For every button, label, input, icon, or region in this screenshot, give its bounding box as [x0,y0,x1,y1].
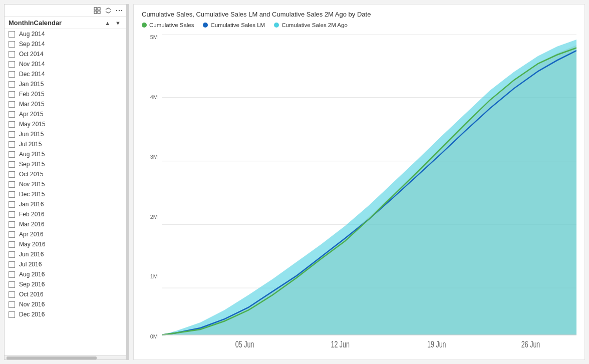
grid-icon[interactable] [93,7,101,15]
checkbox[interactable] [9,131,15,138]
list-item[interactable]: Apr 2016 [5,229,126,239]
checkbox[interactable] [9,81,15,88]
list-item[interactable]: Sep 2014 [5,39,126,49]
item-label: Apr 2016 [19,231,44,238]
checkbox[interactable] [9,91,15,98]
chart-svg: 05 Jun 12 Jun 19 Jun 26 Jun [162,34,576,351]
list-item[interactable]: Jul 2016 [5,259,126,269]
svg-point-5 [119,10,120,11]
list-item[interactable]: Nov 2016 [5,299,126,309]
sort-desc-button[interactable]: ▼ [114,20,122,27]
checkbox[interactable] [9,291,15,298]
item-label: Nov 2014 [19,61,45,68]
sort-asc-button[interactable]: ▲ [103,20,112,27]
checkbox[interactable] [9,191,15,198]
item-label: Jul 2015 [19,141,42,148]
list-item[interactable]: Feb 2016 [5,209,126,219]
legend-label: Cumulative Sales 2M Ago [281,22,348,28]
checkbox[interactable] [9,301,15,308]
list-item[interactable]: Jan 2016 [5,199,126,209]
svg-text:05 Jun: 05 Jun [235,339,254,349]
checkbox[interactable] [9,71,15,78]
legend-label: Cumulative Sales [149,22,194,28]
item-label: Oct 2016 [19,291,44,298]
list-item[interactable]: Jan 2015 [5,79,126,89]
item-label: Dec 2015 [19,191,45,198]
checkbox[interactable] [9,111,15,118]
list-item[interactable]: Mar 2015 [5,99,126,109]
checkbox[interactable] [9,171,15,178]
y-axis-label: 5M [150,34,158,40]
checkbox[interactable] [9,201,15,208]
list-item[interactable]: Jun 2015 [5,129,126,139]
list-item[interactable]: Oct 2014 [5,49,126,59]
checkbox[interactable] [9,121,15,128]
scrollbar-thumb[interactable] [7,356,97,359]
list-item[interactable]: Apr 2015 [5,109,126,119]
checkbox[interactable] [9,41,15,48]
checkbox[interactable] [9,251,15,258]
checkbox[interactable] [9,151,15,158]
chart-legend: Cumulative SalesCumulative Sales LMCumul… [142,22,576,28]
svg-text:19 Jun: 19 Jun [427,339,446,349]
svg-text:12 Jun: 12 Jun [331,339,350,349]
item-label: Jul 2016 [19,261,42,268]
item-label: Dec 2016 [19,311,45,318]
list-item[interactable]: Dec 2015 [5,189,126,199]
chart-title: Cumulative Sales, Cumulative Sales LM an… [142,11,576,18]
list-item[interactable]: Aug 2016 [5,269,126,279]
list-item[interactable]: Aug 2015 [5,149,126,159]
checkbox[interactable] [9,31,15,38]
svg-rect-1 [98,8,100,10]
list-item[interactable]: Oct 2016 [5,289,126,299]
list-item[interactable]: May 2015 [5,119,126,129]
legend-item: Cumulative Sales 2M Ago [274,22,348,28]
list-item[interactable]: Dec 2016 [5,309,126,319]
resize-handle[interactable] [127,4,129,360]
list-item[interactable]: Dec 2014 [5,69,126,79]
panel-title: MonthInCalendar [9,19,62,27]
item-label: Mar 2015 [19,101,45,108]
item-label: Oct 2014 [19,51,44,58]
item-label: Jan 2016 [19,201,44,208]
item-label: Oct 2015 [19,171,44,178]
item-label: May 2016 [19,241,46,248]
list-item[interactable]: Jun 2016 [5,249,126,259]
legend-dot [142,23,147,28]
checkbox[interactable] [9,311,15,318]
item-label: Jun 2016 [19,251,44,258]
checkbox[interactable] [9,61,15,68]
list-item[interactable]: Sep 2015 [5,159,126,169]
checkbox[interactable] [9,211,15,218]
more-icon[interactable] [115,7,123,15]
month-list: Aug 2014Sep 2014Oct 2014Nov 2014Dec 2014… [5,29,126,355]
panel-header: MonthInCalendar ▲ ▼ [5,17,126,29]
list-item[interactable]: Aug 2014 [5,29,126,39]
list-item[interactable]: Jul 2015 [5,139,126,149]
checkbox[interactable] [9,141,15,148]
item-label: Apr 2015 [19,111,44,118]
checkbox[interactable] [9,161,15,168]
list-item[interactable]: May 2016 [5,239,126,249]
checkbox[interactable] [9,261,15,268]
checkbox[interactable] [9,221,15,228]
item-label: May 2015 [19,121,46,128]
list-item[interactable]: Feb 2015 [5,89,126,99]
y-axis: 5M4M3M2M1M0M [142,34,162,351]
list-item[interactable]: Oct 2015 [5,169,126,179]
checkbox[interactable] [9,281,15,288]
checkbox[interactable] [9,241,15,248]
list-item[interactable]: Nov 2014 [5,59,126,69]
item-label: Feb 2016 [19,211,45,218]
y-axis-label: 4M [150,94,158,100]
checkbox[interactable] [9,181,15,188]
checkbox[interactable] [9,101,15,108]
expand-icon[interactable] [104,7,112,15]
checkbox[interactable] [9,231,15,238]
list-item[interactable]: Nov 2015 [5,179,126,189]
list-item[interactable]: Sep 2016 [5,279,126,289]
list-item[interactable]: Mar 2016 [5,219,126,229]
horizontal-scrollbar[interactable] [5,355,126,359]
checkbox[interactable] [9,51,15,58]
checkbox[interactable] [9,271,15,278]
